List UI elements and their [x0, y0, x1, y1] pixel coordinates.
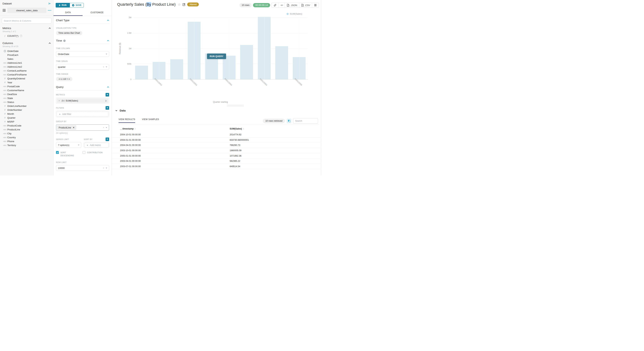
column-item[interactable]: ABCCountry — [0, 135, 53, 139]
cell-value: 649514.54 — [230, 165, 320, 168]
column-item[interactable]: ABCProductCode — [0, 124, 53, 128]
metrics-showing: Showing 1 of 1 — [0, 30, 53, 32]
chart-menu-button[interactable] — [312, 3, 318, 8]
clear-icon[interactable]: × — [103, 66, 104, 68]
column-item[interactable]: Sales — [0, 57, 53, 61]
bar[interactable] — [240, 45, 253, 79]
hash-icon: # — [2, 105, 7, 107]
chart-control-panel: RUN + SAVE DATACUSTOMIZE Chart Type VISU… — [54, 0, 112, 176]
copy-icon — [288, 120, 290, 122]
series-limit-select[interactable]: 7 option(s) — [56, 142, 81, 148]
rows-retrieved-badge: 10 rows retrieved — [263, 118, 285, 123]
viz-type-value[interactable]: Time-series Bar Chart — [56, 31, 82, 35]
column-item[interactable]: ABCStatus — [0, 100, 53, 104]
embed-code-button[interactable]: </> — [278, 3, 285, 8]
collapse-metrics-icon[interactable] — [49, 28, 51, 30]
checkbox-icon — [82, 151, 86, 154]
sort-descending-checkbox[interactable]: SORT DESCENDING — [56, 151, 82, 157]
page-title[interactable]: Quarterly Sales (By Product Line) — [117, 2, 176, 7]
panel-resize-handle[interactable] — [227, 105, 244, 107]
search-metrics-columns-input[interactable] — [2, 18, 52, 24]
divider — [112, 169, 320, 171]
row-limit-select[interactable]: 10000 × — [56, 165, 109, 171]
column-item[interactable]: ABCAddressLine1 — [0, 61, 53, 65]
bar[interactable] — [275, 46, 288, 79]
collapse-columns-icon[interactable] — [49, 42, 51, 44]
column-item[interactable]: PriceEach — [0, 53, 53, 57]
group-by-select[interactable]: ProductLine ✕ × — [56, 124, 109, 131]
remove-metric-icon[interactable]: × — [57, 99, 62, 102]
copy-link-button[interactable] — [272, 3, 278, 8]
save-button[interactable]: + SAVE — [70, 3, 84, 8]
dataset-name-pill[interactable]: cleaned_sales_data — [7, 8, 46, 13]
column-label: DealSize — [7, 93, 17, 96]
x-axis-label: Quarter starting — [213, 101, 228, 103]
remove-groupby-icon[interactable]: ✕ — [73, 126, 74, 129]
clear-icon[interactable]: × — [103, 167, 104, 169]
column-item[interactable]: #OrderNumber — [0, 108, 53, 112]
contribution-checkbox[interactable]: CONTRIBUTION — [82, 151, 109, 157]
help-circle-icon[interactable]: ? — [20, 34, 22, 37]
column-label: Month — [7, 112, 14, 115]
scrollbar[interactable] — [321, 0, 322, 176]
copy-data-button[interactable] — [287, 118, 291, 123]
add-filter-dropzone[interactable]: + Add filter — [57, 112, 108, 116]
column-item[interactable]: #Year — [0, 80, 53, 84]
clear-icon[interactable]: × — [103, 126, 104, 129]
data-section-toggle[interactable]: Data — [116, 109, 126, 112]
edit-title-icon[interactable] — [182, 3, 186, 6]
column-label: PostalCode — [7, 85, 20, 88]
column-item[interactable]: ABCPhone — [0, 139, 53, 143]
column-item[interactable]: #QuantityOrdered — [0, 76, 53, 80]
metric-pill[interactable]: × f(x) SUM(Sales) — [57, 98, 108, 103]
results-search-input[interactable] — [293, 118, 318, 124]
column-item[interactable]: ABCDealSize — [0, 92, 53, 96]
chevron-right-icon — [105, 99, 106, 102]
column-item[interactable]: ABCState — [0, 96, 53, 100]
collapse-section-icon[interactable] — [107, 86, 109, 88]
add-filter-button[interactable]: + — [106, 106, 109, 110]
collapse-sidebar-icon[interactable] — [48, 2, 51, 5]
hash-icon: # — [2, 112, 7, 115]
table-header-timestamp[interactable]: __timestamp — [120, 128, 230, 130]
time-range-value[interactable]: -∞ ≤ col < ∞ — [56, 77, 72, 81]
column-item[interactable]: OrderDate — [0, 49, 53, 53]
export-json-button[interactable]: .JSON — [285, 3, 299, 8]
column-item[interactable]: ABCProductLine — [0, 128, 53, 132]
time-column-select[interactable]: OrderDate — [56, 51, 109, 57]
column-item[interactable]: #OrderLineNumber — [0, 104, 53, 108]
altered-badge[interactable]: Altered — [187, 2, 199, 6]
export-csv-button[interactable]: .CSV — [299, 3, 312, 8]
run-button[interactable]: RUN — [56, 3, 70, 8]
run-query-button[interactable]: RUN QUERY — [207, 54, 226, 59]
dataset-menu-icon[interactable] — [48, 9, 51, 12]
column-item[interactable]: #MSRP — [0, 120, 53, 124]
column-item[interactable]: ABCContactLastName — [0, 69, 53, 72]
bar-chart-canvas[interactable]: Revenue ($)0500k1M1.5M2M04/01/200310/01/… — [112, 9, 322, 105]
column-item[interactable]: #Month — [0, 112, 53, 116]
tab-view-results[interactable]: VIEW RESULTS — [118, 118, 135, 123]
tab-customize[interactable]: CUSTOMIZE — [82, 10, 112, 16]
tab-view-samples[interactable]: VIEW SAMPLES — [142, 118, 159, 123]
column-item[interactable]: ABCCustomerName — [0, 88, 53, 92]
column-item[interactable]: #Quarter — [0, 116, 53, 120]
tab-data[interactable]: DATA — [54, 10, 82, 16]
add-sort-metric-button[interactable]: + — [106, 138, 109, 141]
add-metric-button[interactable]: + — [106, 93, 109, 96]
column-item[interactable]: ABCPostalCode — [0, 84, 53, 88]
collapse-section-icon[interactable] — [107, 20, 109, 22]
legend-item[interactable]: SUM(Sales) — [286, 12, 302, 15]
time-grain-select[interactable]: quarter × — [56, 64, 109, 70]
metric-item[interactable]: ƒCOUNT(*)? — [0, 33, 53, 38]
table-grid-icon — [2, 9, 6, 12]
column-item[interactable]: ABCTerritory — [0, 143, 53, 147]
column-item[interactable]: ABCAddressLine2 — [0, 65, 53, 69]
table-header-metric[interactable]: SUM(Sales) — [230, 128, 320, 130]
bar[interactable] — [135, 66, 148, 79]
column-item[interactable]: ABCCity — [0, 132, 53, 135]
collapse-section-icon[interactable] — [107, 40, 109, 42]
column-item[interactable]: ABCContactFirstName — [0, 72, 53, 76]
favorite-star-icon[interactable]: ☆ — [178, 3, 181, 6]
bar[interactable] — [170, 59, 183, 79]
add-sort-metric-dropzone[interactable]: + Add metric — [84, 143, 108, 147]
